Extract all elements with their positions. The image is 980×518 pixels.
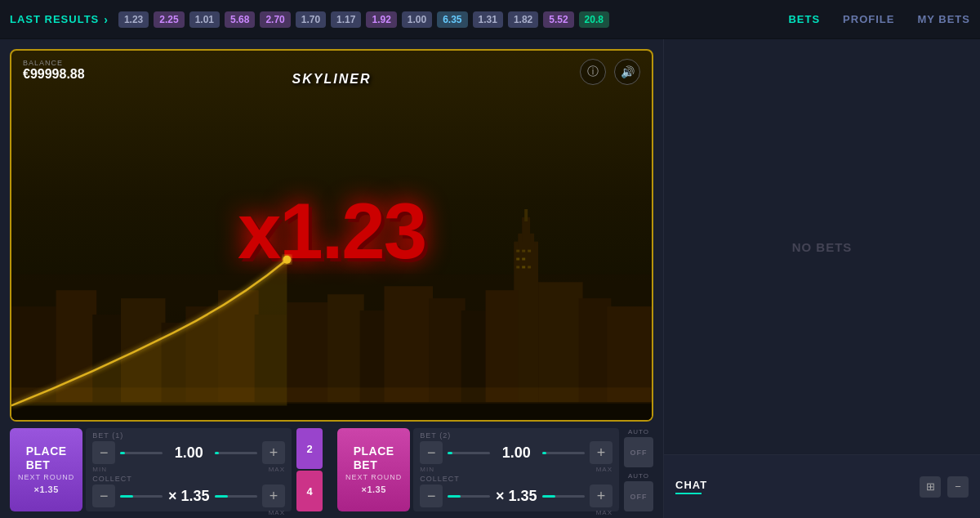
collect-slider-1b[interactable] — [215, 495, 257, 498]
bet-value-1: 1.00 — [167, 444, 210, 462]
bet-decrease-2[interactable]: − — [420, 441, 443, 464]
result-badge[interactable]: 1.00 — [402, 11, 432, 28]
expand-icon: ⊞ — [926, 480, 935, 493]
min-label-2: MIN — [420, 466, 434, 473]
result-badge[interactable]: 1.23 — [118, 11, 149, 28]
main-content: BALANCE €99998.88 SKYLINER ⓘ 🔊 x1.23 — [0, 39, 980, 518]
flight-curve-svg — [11, 51, 652, 420]
no-bets-area: NO BETS — [664, 39, 980, 454]
mult-badge-2[interactable]: 2 — [296, 428, 323, 469]
result-badge[interactable]: 1.70 — [296, 11, 326, 28]
collect-amount-row-1: − × 1.35 + — [92, 485, 285, 507]
collect-slider-1[interactable] — [120, 495, 163, 498]
chat-label: CHAT — [675, 479, 707, 491]
bet-slider-1[interactable] — [120, 452, 163, 454]
nav-links: BETSPROFILEMY BETS — [788, 13, 970, 25]
result-badge[interactable]: 2.70 — [260, 11, 290, 28]
auto-label-top: AUTO — [624, 428, 653, 435]
collect-row-1: COLLECT — [92, 475, 285, 483]
min-label-1: MIN — [92, 466, 107, 473]
collect-slider-track-2b — [542, 495, 555, 498]
bet-slider-track-1 — [120, 452, 124, 454]
result-badge[interactable]: 5.68 — [225, 11, 255, 28]
game-area: BALANCE €99998.88 SKYLINER ⓘ 🔊 x1.23 — [0, 39, 663, 518]
chat-area: CHAT ⊞ − — [664, 454, 980, 518]
bet-slider-track-2 — [448, 452, 452, 454]
min-max-row-2: MIN MAX — [420, 466, 612, 473]
place-bet-button-2[interactable]: PLACEBET NEXT ROUND ×1.35 — [337, 428, 410, 511]
collect-amount-row-2: − × 1.35 + — [420, 485, 612, 507]
collect-decrease-1[interactable]: − — [92, 485, 115, 507]
top-bar: LAST RESULTS › 1.232.251.015.682.701.701… — [0, 0, 980, 39]
multiplier-label-2: ×1.35 — [362, 485, 386, 495]
bet-middle-2: BET (2) − 1.00 + MIN MAX — [413, 428, 619, 511]
result-badge[interactable]: 2.25 — [154, 11, 184, 28]
bet-label-2: BET (2) — [420, 431, 451, 440]
bet-middle-1: BET (1) − 1.00 + MIN MAX — [86, 428, 292, 511]
nav-link-my-bets[interactable]: MY BETS — [917, 13, 970, 25]
bet-slider-track-1b — [215, 452, 219, 454]
last-results-label: LAST RESULTS — [10, 13, 99, 25]
multiplier-label-1: ×1.35 — [34, 485, 59, 495]
collect-slider-2b[interactable] — [542, 495, 585, 498]
chat-underline — [675, 493, 702, 494]
bet-label-1: BET (1) — [92, 431, 123, 440]
result-badge[interactable]: 1.82 — [508, 11, 538, 28]
next-round-label-1: NEXT ROUND — [18, 473, 74, 482]
collect-max-2: MAX — [596, 509, 612, 516]
result-badge[interactable]: 1.92 — [366, 11, 396, 28]
result-badge[interactable]: 6.35 — [437, 11, 467, 28]
last-results-button[interactable]: LAST RESULTS › — [10, 13, 109, 26]
place-bet-button-1[interactable]: PLACEBET NEXT ROUND ×1.35 — [10, 428, 82, 511]
bet-row-1: BET (1) — [92, 431, 285, 440]
collect-increase-2[interactable]: + — [590, 485, 612, 507]
bet-slider-2b[interactable] — [542, 452, 585, 454]
auto-label-bottom: AUTO — [624, 472, 653, 480]
collect-value-2: × 1.35 — [495, 488, 537, 505]
collapse-icon: − — [955, 480, 961, 493]
collect-decrease-2[interactable]: − — [420, 485, 443, 507]
bet-decrease-1[interactable]: − — [92, 441, 115, 464]
auto-off-top[interactable]: OFF — [624, 437, 653, 467]
min-max-row-1: MIN MAX — [92, 466, 285, 473]
bet-slider-1b[interactable] — [215, 452, 257, 454]
bet-value-2: 1.00 — [495, 444, 537, 462]
chat-collapse-button[interactable]: − — [947, 476, 969, 498]
result-badge[interactable]: 1.31 — [473, 11, 503, 28]
result-badge[interactable]: 5.52 — [543, 11, 573, 28]
collect-min-max-row-2: MAX — [420, 509, 612, 516]
chat-expand-button[interactable]: ⊞ — [920, 476, 941, 498]
result-badge[interactable]: 1.01 — [189, 11, 220, 28]
collect-label-2: COLLECT — [420, 475, 460, 483]
results-list: 1.232.251.015.682.701.701.171.921.006.35… — [118, 11, 788, 28]
collect-slider-2[interactable] — [448, 495, 490, 498]
bet-increase-1[interactable]: + — [262, 441, 285, 464]
bet-row-2: BET (2) — [420, 431, 612, 440]
nav-link-bets[interactable]: BETS — [788, 13, 820, 25]
bet-amount-row-2: − 1.00 + — [420, 441, 612, 464]
chat-label-wrapper: CHAT — [675, 479, 707, 494]
svg-point-33 — [283, 256, 291, 264]
max-label-2: MAX — [596, 466, 612, 473]
next-round-label-2: NEXT ROUND — [345, 473, 402, 482]
collect-increase-1[interactable]: + — [262, 485, 285, 507]
collect-slider-track-2 — [448, 495, 461, 498]
bet-increase-2[interactable]: + — [590, 441, 612, 464]
mult-badge-4[interactable]: 4 — [296, 471, 323, 511]
collect-label-1: COLLECT — [92, 475, 132, 483]
collect-value-1: × 1.35 — [167, 488, 210, 505]
collect-row-2: COLLECT — [420, 475, 612, 483]
no-bets-text: NO BETS — [792, 240, 853, 254]
max-label-1: MAX — [269, 466, 285, 473]
bet-slider-2[interactable] — [448, 452, 490, 454]
chat-icons: ⊞ − — [920, 476, 969, 498]
auto-off-bottom[interactable]: OFF — [624, 481, 653, 511]
auto-col: AUTO OFF AUTO OFF — [624, 428, 653, 511]
nav-link-profile[interactable]: PROFILE — [843, 13, 894, 25]
separator — [327, 428, 334, 511]
collect-min-max-row-1: MAX — [92, 509, 285, 516]
result-badge[interactable]: 1.17 — [331, 11, 361, 28]
result-badge[interactable]: 20.8 — [579, 11, 609, 28]
bet-amount-row-1: − 1.00 + — [92, 441, 285, 464]
multiplier-badges-1: 2 4 — [296, 428, 323, 511]
